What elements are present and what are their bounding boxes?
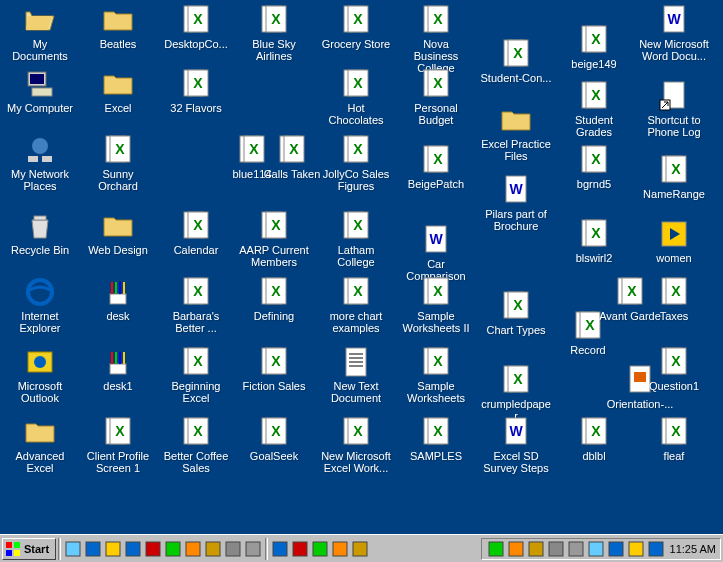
desktop-icon-excel-practice[interactable]: Excel Practice Files xyxy=(480,104,552,162)
show-desktop-icon[interactable] xyxy=(64,540,82,558)
desktop-icon-beigepatch[interactable]: XBeigePatch xyxy=(400,144,472,190)
task-app-icon[interactable] xyxy=(351,540,369,558)
svg-rect-18 xyxy=(110,364,126,374)
desktop-icon-excel-sd[interactable]: WExcel SD Survey Steps xyxy=(480,416,552,474)
svg-rect-185 xyxy=(589,542,603,556)
desktop-icon-excel-folder[interactable]: Excel xyxy=(82,68,154,114)
desktop-icon-desktopco[interactable]: XDesktopCo... xyxy=(160,4,232,50)
desktop-icon-student-con[interactable]: XStudent-Con... xyxy=(480,38,552,84)
paint-icon xyxy=(102,346,134,378)
desktop-icon-latham[interactable]: XLatham College xyxy=(320,210,392,268)
folder-icon xyxy=(102,4,134,36)
desktop-icon-fiction[interactable]: XFiction Sales xyxy=(238,346,310,392)
app1-icon[interactable] xyxy=(224,540,242,558)
task-paint-icon[interactable] xyxy=(331,540,349,558)
network-icon[interactable] xyxy=(527,540,545,558)
desktop-icon-chart-types[interactable]: XChart Types xyxy=(480,290,552,336)
desktop-icon-women[interactable]: women xyxy=(638,218,710,264)
desktop-icon-crumpled[interactable]: Xcrumpledpaper xyxy=(480,364,552,422)
desktop-icon-my-network[interactable]: My Network Places xyxy=(4,134,76,192)
svg-rect-5 xyxy=(42,156,52,162)
desktop-icon-ie[interactable]: Internet Explorer xyxy=(4,276,76,334)
blue-icon[interactable] xyxy=(587,540,605,558)
desktop-icon-web-design[interactable]: Web Design xyxy=(82,210,154,256)
icon-label: Grocery Store xyxy=(322,38,390,50)
excel-icon: X xyxy=(340,4,372,36)
folder-icon xyxy=(500,104,532,136)
desktop-icon-nova[interactable]: XNova Business College xyxy=(400,4,472,74)
desktop-icon-grocery[interactable]: XGrocery Store xyxy=(320,4,392,50)
desktop-icon-sample2[interactable]: XSample Worksheets II xyxy=(400,276,472,334)
player-icon[interactable] xyxy=(184,540,202,558)
orange-icon[interactable] xyxy=(607,540,625,558)
desktop-icon-recycle-bin[interactable]: Recycle Bin xyxy=(4,210,76,256)
desktop-icon-bluesky[interactable]: XBlue Sky Airlines xyxy=(238,4,310,62)
svg-text:X: X xyxy=(353,141,363,157)
desktop-icon-newword[interactable]: WNew Microsoft Word Docu... xyxy=(638,4,710,62)
desktop-icon-taxes[interactable]: XTaxes xyxy=(638,276,710,322)
desktop-icon-outlook[interactable]: Microsoft Outlook xyxy=(4,346,76,404)
start-button[interactable]: Start xyxy=(2,538,56,560)
desktop-icon-beige149[interactable]: Xbeige149 xyxy=(558,24,630,70)
task-smiley-icon[interactable] xyxy=(291,540,309,558)
desktop-icon-bgrnd5[interactable]: Xbgrnd5 xyxy=(558,144,630,190)
desktop-icon-better-coffee[interactable]: XBetter Coffee Sales xyxy=(160,416,232,474)
svg-text:X: X xyxy=(591,423,601,439)
desktop-icon-sample1[interactable]: XSample Worksheets xyxy=(400,346,472,404)
desktop-icon-jollyco[interactable]: XJollyCo Sales Figures xyxy=(320,134,392,192)
task-outlook-icon[interactable] xyxy=(271,540,289,558)
desktop-icon-32-flavors[interactable]: X32 Flavors xyxy=(160,68,232,114)
desktop-icon-defining[interactable]: XDefining xyxy=(238,276,310,322)
desktop-icon-phonelog[interactable]: Shortcut to Phone Log xyxy=(638,80,710,138)
desktop-icon-aarp[interactable]: XAARP Current Members xyxy=(238,210,310,268)
desktop-icon-personal-budget[interactable]: XPersonal Budget xyxy=(400,68,472,126)
desktop-icon-sunny-orchard[interactable]: XSunny Orchard xyxy=(82,134,154,192)
desktop-icon-my-documents[interactable]: My Documents xyxy=(4,4,76,62)
winamp-icon[interactable] xyxy=(204,540,222,558)
task-yellow-icon[interactable] xyxy=(311,540,329,558)
ie-icon[interactable] xyxy=(84,540,102,558)
desktop-icon-car-comp[interactable]: WCar Comparison xyxy=(400,224,472,282)
desktop-icon-question1[interactable]: XQuestion1 xyxy=(638,346,710,392)
desktop-icon-calendar[interactable]: XCalendar xyxy=(160,210,232,256)
desktop-icon-pilars[interactable]: WPilars part of Brochure xyxy=(480,174,552,232)
desktop-icon-desk[interactable]: desk xyxy=(82,276,154,322)
desktop-icon-morechart[interactable]: Xmore chart examples xyxy=(320,276,392,334)
green-icon[interactable] xyxy=(164,540,182,558)
yellow-icon[interactable] xyxy=(627,540,645,558)
desktop-icon-blswirl2[interactable]: Xblswirl2 xyxy=(558,218,630,264)
taskbar: Start 11:25 AM xyxy=(0,534,723,562)
desktop-icon-student-grades[interactable]: XStudent Grades xyxy=(558,80,630,138)
desktop[interactable]: My DocumentsMy ComputerMy Network Places… xyxy=(0,0,723,534)
svg-text:X: X xyxy=(193,11,203,27)
desktop-icon-my-computer[interactable]: My Computer xyxy=(4,68,76,114)
vol-icon[interactable] xyxy=(567,540,585,558)
desktop-icon-newtext[interactable]: New Text Document xyxy=(320,346,392,404)
red-icon[interactable] xyxy=(647,540,665,558)
mirc-icon[interactable] xyxy=(144,540,162,558)
word-icon[interactable] xyxy=(124,540,142,558)
desktop-icon-beatles[interactable]: Beatles xyxy=(82,4,154,50)
screen-icon[interactable] xyxy=(547,540,565,558)
desktop-icon-barbaras[interactable]: XBarbara's Better ... xyxy=(160,276,232,334)
desktop-icon-newexcel[interactable]: XNew Microsoft Excel Work... xyxy=(320,416,392,474)
desktop-icon-desk1[interactable]: desk1 xyxy=(82,346,154,392)
desktop-icon-advanced-excel[interactable]: Advanced Excel xyxy=(4,416,76,474)
svg-rect-169 xyxy=(146,542,160,556)
shield-icon[interactable] xyxy=(487,540,505,558)
app2-icon[interactable] xyxy=(244,540,262,558)
desktop-icon-beginning-excel[interactable]: XBeginning Excel xyxy=(160,346,232,404)
svg-text:X: X xyxy=(591,87,601,103)
desktop-icon-dblbl[interactable]: Xdblbl xyxy=(558,416,630,462)
desktop-icon-samples[interactable]: XSAMPLES xyxy=(400,416,472,462)
svg-text:X: X xyxy=(433,353,443,369)
desktop-icon-calls-taken[interactable]: XCalls Taken xyxy=(256,134,328,180)
key-icon[interactable] xyxy=(507,540,525,558)
outlook-icon[interactable] xyxy=(104,540,122,558)
running-tasks xyxy=(270,540,370,558)
desktop-icon-namerange[interactable]: XNameRange xyxy=(638,154,710,200)
desktop-icon-goalseek[interactable]: XGoalSeek xyxy=(238,416,310,462)
desktop-icon-fleaf[interactable]: Xfleaf xyxy=(638,416,710,462)
desktop-icon-hot-choc[interactable]: XHot Chocolates xyxy=(320,68,392,126)
desktop-icon-client-profile[interactable]: XClient Profile Screen 1 xyxy=(82,416,154,474)
